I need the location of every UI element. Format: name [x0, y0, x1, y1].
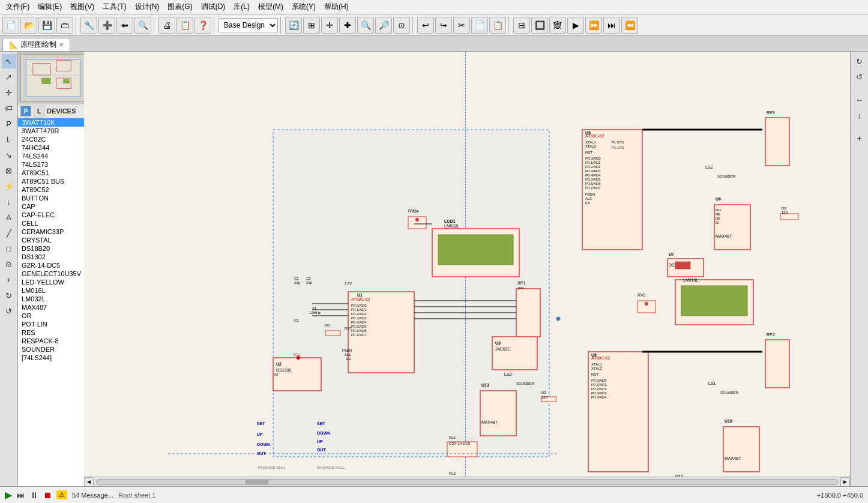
- refresh-button[interactable]: 🔄: [285, 17, 302, 34]
- device-item-at89c51[interactable]: AT89C51: [18, 169, 84, 177]
- rotate-ccw[interactable]: ↺: [2, 304, 16, 318]
- device-item-crystal[interactable]: CRYSTAL: [18, 236, 84, 244]
- origin-button[interactable]: ✛: [321, 17, 338, 34]
- grid-button[interactable]: ⊞: [303, 17, 320, 34]
- mode-l-button[interactable]: L: [34, 106, 44, 116]
- device-item-pot-lin[interactable]: POT-LIN: [18, 320, 84, 328]
- device-item-74ls244b[interactable]: [74LS244]: [18, 354, 84, 362]
- zoom-out-button[interactable]: 🔎: [375, 17, 392, 34]
- zoom-full-button[interactable]: ⊙: [393, 17, 410, 34]
- copy-button[interactable]: 📋: [176, 17, 193, 34]
- device-item-3watt10k[interactable]: 3WATT10K: [18, 118, 84, 127]
- menu-file[interactable]: 文件(F): [2, 1, 33, 13]
- undo-button[interactable]: ↩: [417, 17, 434, 34]
- menu-system[interactable]: 系统(Y): [288, 1, 319, 13]
- pause-button[interactable]: ⏸: [30, 490, 38, 500]
- play-button[interactable]: ▶: [5, 489, 12, 501]
- busentry-tool[interactable]: ↘: [2, 148, 16, 162]
- design-selector[interactable]: Base Design: [219, 18, 278, 32]
- line-tool[interactable]: ╱: [2, 226, 16, 240]
- scroll-thumb[interactable]: [245, 480, 269, 484]
- paste-button[interactable]: 📋: [489, 17, 506, 34]
- scroll-track[interactable]: [96, 479, 838, 485]
- open-button[interactable]: 📂: [20, 17, 37, 34]
- menu-help[interactable]: 帮助(H): [321, 1, 352, 13]
- power-tool[interactable]: ⚡: [2, 179, 16, 193]
- device-item-res[interactable]: RES: [18, 328, 84, 337]
- device-item-at89c52[interactable]: AT89C52: [18, 185, 84, 194]
- device-item-ds1302[interactable]: DS1302: [18, 253, 84, 261]
- device-item-24c02c[interactable]: 24C02C: [18, 135, 84, 143]
- device-item-at89c51bus[interactable]: AT89C51 BUS: [18, 177, 84, 185]
- sim-button[interactable]: ▶: [567, 17, 584, 34]
- right-tool-3[interactable]: ↔: [852, 92, 867, 107]
- device-item-genelect[interactable]: GENELECT10U35V: [18, 270, 84, 278]
- zoom-in-button[interactable]: 🔍: [357, 17, 374, 34]
- right-tool-4[interactable]: ↕: [852, 108, 867, 122]
- component-tool[interactable]: ↗: [2, 70, 16, 84]
- device-item-ceramic33p[interactable]: CERAMIC33P: [18, 227, 84, 236]
- net-tool[interactable]: ⊠: [2, 163, 16, 178]
- text-tool[interactable]: A: [2, 210, 16, 224]
- tab-schematic[interactable]: 📐 原理图绘制 ✕: [2, 38, 70, 51]
- print-button[interactable]: 🖨: [158, 17, 175, 34]
- device-item-ds18b20[interactable]: DS18B20: [18, 244, 84, 253]
- tab-close-button[interactable]: ✕: [59, 41, 64, 48]
- horizontal-scrollbar[interactable]: ◄ ►: [84, 477, 850, 486]
- sim2-button[interactable]: ⏩: [585, 17, 602, 34]
- help-button[interactable]: ❓: [194, 17, 211, 34]
- redo-button[interactable]: ↪: [435, 17, 452, 34]
- right-tool-2[interactable]: ↺: [852, 70, 867, 84]
- add-tool[interactable]: +: [2, 273, 16, 287]
- schematic-area[interactable]: AT89C-52 P0.0/AD0 P0.1/AD1 P0.2/AD2 P0.3…: [84, 52, 850, 486]
- menu-tools[interactable]: 工具(T): [99, 1, 130, 13]
- wire-tool[interactable]: P: [2, 116, 16, 131]
- bus-tool[interactable]: L: [2, 132, 16, 146]
- right-tool-1[interactable]: ↻: [852, 54, 867, 68]
- save-button[interactable]: 💾: [38, 17, 55, 34]
- scroll-right-button[interactable]: ►: [840, 477, 850, 487]
- net-button[interactable]: 🕸: [549, 17, 566, 34]
- device-item-3watt470r[interactable]: 3WATT470R: [18, 127, 84, 135]
- prop-button[interactable]: 🔲: [531, 17, 548, 34]
- menu-graph[interactable]: 图表(G): [164, 1, 196, 13]
- menu-design[interactable]: 设计(N): [131, 1, 163, 13]
- device-item-lm016l[interactable]: LM016L: [18, 286, 84, 295]
- wire-button[interactable]: ➕: [98, 17, 115, 34]
- menu-view[interactable]: 视图(V): [67, 1, 98, 13]
- right-tool-5[interactable]: +: [852, 131, 867, 145]
- device-item-cell[interactable]: CELL: [18, 219, 84, 227]
- junction-tool[interactable]: ✛: [2, 85, 16, 100]
- scroll-left-button[interactable]: ◄: [84, 477, 94, 487]
- menu-edit[interactable]: 编辑(E): [34, 1, 65, 13]
- stop-button[interactable]: ⏹: [43, 490, 52, 500]
- select-tool[interactable]: ↖: [2, 54, 16, 68]
- menu-debug[interactable]: 调试(D): [197, 1, 229, 13]
- menu-library[interactable]: 库(L): [230, 1, 253, 13]
- device-item-cap-elec[interactable]: CAP-ELEC: [18, 211, 84, 219]
- device-item-max487[interactable]: MAX487: [18, 303, 84, 312]
- align-button[interactable]: ⊟: [513, 17, 530, 34]
- device-item-74hc244[interactable]: 74HC244: [18, 143, 84, 152]
- device-item-74ls244[interactable]: 74LS244: [18, 152, 84, 160]
- device-item-lm032l[interactable]: LM032L: [18, 295, 84, 303]
- message-count[interactable]: 54 Message...: [72, 492, 113, 499]
- sim3-button[interactable]: ⏭: [603, 17, 620, 34]
- gnd-tool[interactable]: ↓: [2, 194, 16, 209]
- device-item-74ls273[interactable]: 74LS273: [18, 160, 84, 169]
- device-item-cap[interactable]: CAP: [18, 202, 84, 211]
- save-all-button[interactable]: 🗃: [56, 17, 73, 34]
- cut-button[interactable]: ✂: [453, 17, 470, 34]
- sim4-button[interactable]: ⏪: [621, 17, 638, 34]
- step-button[interactable]: ⏭: [17, 490, 25, 500]
- bus-button[interactable]: ⬅: [116, 17, 133, 34]
- label-tool[interactable]: 🏷: [2, 101, 16, 115]
- cursor-button[interactable]: ✚: [339, 17, 356, 34]
- new-button[interactable]: 📄: [2, 17, 19, 34]
- mode-p-button[interactable]: P: [20, 106, 31, 116]
- menu-model[interactable]: 模型(M): [255, 1, 287, 13]
- device-item-sounder[interactable]: SOUNDER: [18, 345, 84, 354]
- device-item-button[interactable]: BUTTON: [18, 194, 84, 202]
- device-item-respack8[interactable]: RESPACK-8: [18, 337, 84, 345]
- rect-tool[interactable]: □: [2, 241, 16, 256]
